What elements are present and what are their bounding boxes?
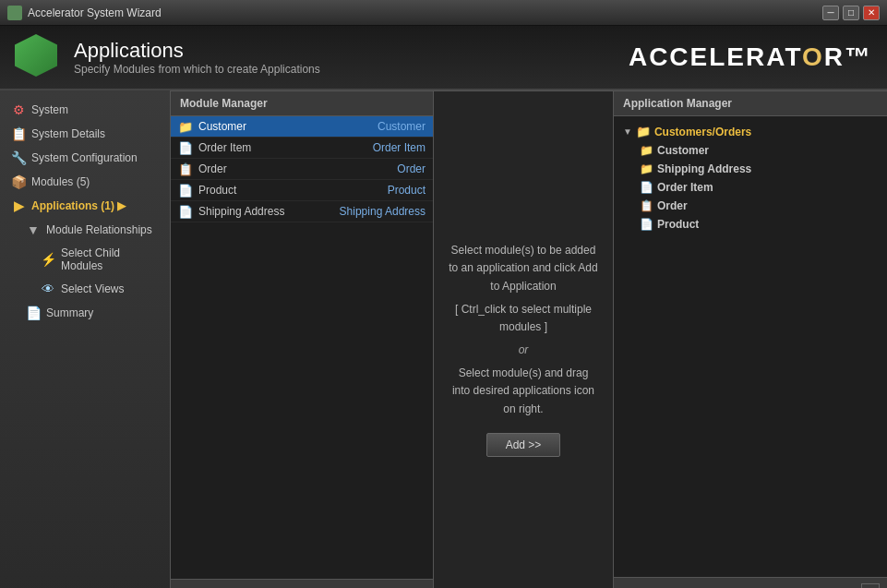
panels: Module Manager 📁 Customer Customer 📄 Ord… [171, 90, 887, 588]
module-right-orderitem: Order Item [373, 141, 426, 154]
module-right-shipping: Shipping Address [340, 205, 426, 218]
app-manager-header: Application Manager [614, 91, 887, 116]
sidebar-item-system-details[interactable]: 📋 System Details [0, 122, 170, 146]
tree-product-icon: 📄 [640, 218, 653, 231]
maximize-button[interactable]: □ [843, 6, 859, 20]
mid-line2: [ Ctrl_click to select multiple modules … [449, 301, 598, 336]
module-right-order: Order [397, 162, 426, 175]
module-name-product: Product [198, 184, 388, 197]
logo-cube [15, 34, 57, 77]
sidebar-label-child: Select Child Modules [61, 246, 161, 272]
tree-child-shipping-label: Shipping Address [657, 162, 751, 175]
sidebar-label-config: System Configuration [31, 151, 138, 164]
mid-panel: Select module(s) to be added to an appli… [434, 91, 614, 588]
module-icon-shipping: 📄 [178, 205, 193, 218]
minimize-button[interactable]: ─ [822, 6, 839, 20]
sidebar-label-details: System Details [31, 127, 105, 140]
summary-icon: 📄 [26, 306, 41, 320]
sidebar-item-applications[interactable]: ▶ Applications (1) ▶ [0, 194, 170, 218]
logo [15, 34, 61, 80]
app-remove-button[interactable]: ✕ Remove [672, 584, 729, 588]
sidebar-item-module-rel[interactable]: ▼ Module Relationships [0, 218, 170, 242]
sidebar-label-views: Select Views [61, 282, 124, 295]
config-icon: 🔧 [11, 150, 26, 165]
app-tree: ▼ 📁 Customers/Orders 📁 Customer 📁 Shippi… [614, 116, 887, 577]
module-icon-customer: 📁 [178, 120, 193, 133]
tree-root-folder-icon: 📁 [636, 125, 651, 138]
module-right-product: Product [388, 184, 426, 197]
tree-shipping-icon: 📁 [640, 162, 653, 175]
sidebar-item-system[interactable]: ⚙ System [0, 98, 170, 122]
app-manager-panel: Application Manager ▼ 📁 Customers/Orders… [614, 91, 887, 588]
sidebar-label-summary: Summary [46, 306, 93, 319]
tree-child-shipping[interactable]: 📁 Shipping Address [619, 160, 881, 178]
module-row-orderitem[interactable]: 📄 Order Item Order Item [171, 138, 433, 159]
module-row-order[interactable]: 📋 Order Order [171, 159, 433, 180]
module-list: 📁 Customer Customer 📄 Order Item Order I… [171, 116, 433, 579]
page-subtitle: Specify Modules from which to create App… [74, 63, 320, 76]
window-title: Accelerator System Wizard [28, 6, 162, 19]
tree-order-icon: 📋 [640, 199, 653, 212]
module-name-orderitem: Order Item [198, 141, 373, 154]
brand-o: O [802, 42, 824, 71]
window-close-button[interactable]: ✕ [863, 6, 880, 20]
app-icon [7, 6, 22, 20]
sidebar-item-modules[interactable]: 📦 Modules (5) [0, 170, 170, 194]
tree-expand-icon: ▼ [623, 126, 632, 137]
tree-root-item[interactable]: ▼ 📁 Customers/Orders [619, 122, 881, 141]
child-icon: ⚡ [41, 252, 55, 267]
module-name-shipping: Shipping Address [198, 205, 340, 218]
module-icon-product: 📄 [178, 184, 193, 197]
sidebar-item-select-views[interactable]: 👁 Select Views [0, 277, 170, 301]
sidebar: ⚙ System 📋 System Details 🔧 System Confi… [0, 90, 171, 588]
modules-icon: 📦 [11, 174, 26, 189]
rel-icon: ▼ [26, 222, 41, 237]
app-add-button[interactable]: 📁 Add [621, 584, 665, 589]
mid-instructions: Select module(s) to be added to an appli… [434, 91, 613, 588]
module-row-customer[interactable]: 📁 Customer Customer [171, 116, 433, 138]
module-name-customer: Customer [198, 120, 378, 133]
system-icon: ⚙ [11, 102, 26, 117]
sidebar-label-system: System [31, 103, 68, 116]
tree-child-product[interactable]: 📄 Product [619, 215, 881, 234]
module-row-shipping[interactable]: 📄 Shipping Address Shipping Address [171, 201, 433, 222]
app-plus-button[interactable]: + [861, 583, 880, 588]
sidebar-item-system-config[interactable]: 🔧 System Configuration [0, 146, 170, 170]
module-manager-panel: Module Manager 📁 Customer Customer 📄 Ord… [171, 91, 434, 588]
app-manager-footer: 📁 Add ✕ Remove + [614, 577, 887, 588]
sidebar-item-select-child[interactable]: ⚡ Select Child Modules [0, 242, 170, 277]
tree-root-label: Customers/Orders [654, 126, 751, 138]
sidebar-label-rel: Module Relationships [46, 223, 152, 236]
module-manager-footer: ✕ Remove ✕ Remove All Select All [171, 579, 433, 588]
sidebar-label-applications: Applications (1) ▶ [31, 199, 126, 212]
mid-line3: Select module(s) and drag into desired a… [449, 365, 598, 418]
brand-logo: ACCELERATOR™ [629, 42, 872, 72]
module-row-product[interactable]: 📄 Product Product [171, 180, 433, 201]
tree-child-product-label: Product [657, 218, 699, 231]
tree-customer-icon: 📁 [640, 144, 653, 157]
tree-child-orderitem-label: Order Item [657, 181, 713, 194]
title-bar: Accelerator System Wizard ─ □ ✕ [0, 0, 887, 26]
module-manager-header: Module Manager [171, 91, 433, 116]
module-icon-orderitem: 📄 [178, 141, 193, 154]
window-controls: ─ □ ✕ [822, 6, 880, 20]
add-button[interactable]: Add >> [486, 433, 561, 457]
tree-child-order[interactable]: 📋 Order [619, 197, 881, 215]
mid-or: or [519, 342, 529, 359]
tree-child-customer-label: Customer [657, 144, 709, 157]
header-text: Applications Specify Modules from which … [74, 39, 320, 76]
tree-child-order-label: Order [657, 199, 688, 212]
apps-icon: ▶ [11, 198, 26, 213]
mid-line1: Select module(s) to be added to an appli… [449, 242, 598, 295]
page-title: Applications [74, 39, 320, 63]
content-area: Module Manager 📁 Customer Customer 📄 Ord… [171, 90, 887, 588]
module-icon-order: 📋 [178, 162, 193, 175]
sidebar-label-modules: Modules (5) [31, 175, 90, 188]
tree-orderitem-icon: 📄 [640, 181, 653, 194]
main-container: ⚙ System 📋 System Details 🔧 System Confi… [0, 90, 887, 588]
module-name-order: Order [198, 162, 397, 175]
details-icon: 📋 [11, 126, 26, 141]
tree-child-customer[interactable]: 📁 Customer [619, 141, 881, 160]
sidebar-item-summary[interactable]: 📄 Summary [0, 301, 170, 325]
tree-child-orderitem[interactable]: 📄 Order Item [619, 178, 881, 197]
